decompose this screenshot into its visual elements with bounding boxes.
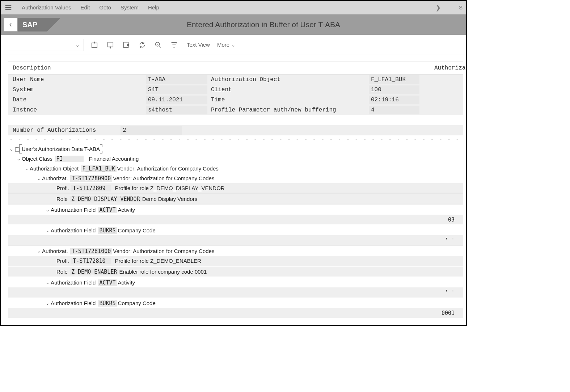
auth-field-code: BUKRS: [98, 227, 117, 234]
tree-field-bukrs-2[interactable]: ⌄ Authorization Field BUKRS Company Code: [8, 298, 463, 308]
role-2-code: Z_DEMO_ENABLER: [70, 269, 118, 275]
role-1-code: Z_DEMO_DISPLAY_VENDOR: [70, 196, 142, 202]
chevron-down-icon[interactable]: ⌄: [35, 176, 42, 181]
app-frame: Authorization Values Edit Goto System He…: [0, 0, 467, 326]
chevron-down-icon[interactable]: ⌄: [44, 280, 51, 285]
menu-help[interactable]: Help: [148, 4, 159, 10]
auth-value: 0001: [442, 310, 455, 316]
auth-object-desc: Vendor: Authorization for Company Codes: [117, 165, 219, 172]
auth-field-desc: Company Code: [118, 300, 156, 306]
auth-field-desc: Activity: [118, 279, 135, 286]
label-time: Time: [207, 97, 369, 103]
authorizat-1-code: T-ST17280900: [70, 175, 112, 182]
tree-value-row: ' ': [8, 287, 463, 297]
authorizat-label: Authorizat.: [42, 248, 68, 254]
tree-profl-2[interactable]: Profl. T-ST172810 Profile for role Z_DEM…: [8, 256, 463, 266]
svg-rect-3: [108, 42, 113, 47]
label-system: System: [8, 87, 146, 93]
menu-edit[interactable]: Edit: [80, 4, 90, 10]
object-class-label: Object Class: [22, 156, 52, 162]
refresh-icon[interactable]: [137, 39, 148, 50]
text-view-button[interactable]: Text View: [187, 42, 210, 48]
profl-2-desc: Profile for role Z_DEMO_ENABLER: [115, 258, 201, 264]
svg-rect-2: [92, 43, 97, 47]
value-system: S4T: [146, 85, 207, 94]
svg-text:SAP: SAP: [22, 21, 37, 29]
col-description[interactable]: Description: [8, 65, 432, 71]
tree-value-row: ' ': [8, 235, 463, 245]
tree-root[interactable]: ⌄ User's Authorization Data T-ABA: [8, 144, 463, 154]
menu-overflow-letter: S: [459, 4, 463, 10]
expand-all-icon[interactable]: [89, 39, 100, 50]
menu-system[interactable]: System: [121, 4, 139, 10]
back-button[interactable]: ‹: [4, 18, 17, 31]
info-row: User Name T-ABA Authorization Object F_L…: [8, 75, 463, 85]
info-row: Instnce s4thost Profile Parameter auth/n…: [8, 105, 463, 115]
role-label: Role: [56, 269, 68, 275]
hamburger-icon[interactable]: [4, 4, 12, 12]
chevron-down-icon[interactable]: ⌄: [44, 300, 51, 306]
work-area: Description Authorizati User Name T-ABA …: [1, 62, 466, 318]
menu-scroll-right-icon[interactable]: ❯: [435, 4, 441, 12]
auth-field-label: Authorization Field: [51, 300, 96, 306]
chevron-down-icon[interactable]: ⌄: [44, 228, 51, 233]
auth-object-code: F_LFA1_BUK: [81, 165, 116, 172]
authorizat-label: Authorizat.: [42, 175, 68, 181]
chevron-down-icon[interactable]: ⌄: [35, 248, 42, 254]
tree-role-2[interactable]: Role Z_DEMO_ENABLER Enabler role for com…: [8, 267, 463, 277]
label-date: Date: [8, 97, 146, 103]
label-user-name: User Name: [8, 76, 146, 83]
chevron-down-icon[interactable]: ⌄: [23, 166, 30, 171]
menu-goto[interactable]: Goto: [99, 4, 111, 10]
auth-field-desc: Company Code: [118, 227, 156, 233]
role-2-desc: Enabler role for company code 0001: [119, 269, 207, 275]
auth-field-label: Authorization Field: [51, 207, 96, 213]
more-button[interactable]: More⌄: [217, 42, 236, 48]
chevron-down-icon[interactable]: ⌄: [8, 146, 14, 152]
value-date: 09.11.2021: [146, 96, 207, 104]
tree-field-bukrs-1[interactable]: ⌄ Authorization Field BUKRS Company Code: [8, 225, 463, 235]
find-icon[interactable]: [153, 39, 164, 50]
profl-2-code: T-ST172810: [71, 258, 111, 264]
value-auth-object: F_LFA1_BUK: [369, 75, 419, 84]
profl-label: Profl.: [56, 185, 69, 191]
menu-bar: Authorization Values Edit Goto System He…: [1, 1, 466, 14]
label-instance: Instnce: [8, 107, 146, 113]
object-class-desc: Financial Accounting: [89, 156, 139, 162]
sap-logo: SAP: [18, 18, 61, 31]
tree-value-row: 03: [8, 215, 463, 224]
toolbar: ⌄ Text View More⌄: [1, 35, 466, 55]
title-bar: ‹ SAP Entered Authorization in Buffer of…: [1, 14, 466, 35]
tree-role-1[interactable]: Role Z_DEMO_DISPLAY_VENDOR Demo Display …: [8, 194, 463, 204]
col-authorization[interactable]: Authorizati: [432, 65, 463, 71]
chevron-down-icon[interactable]: ⌄: [15, 156, 22, 161]
tree-value-row: 0001: [8, 308, 463, 318]
tree-field-actvt-2[interactable]: ⌄ Authorization Field ACTVT Activity: [8, 278, 463, 287]
filter-icon[interactable]: [169, 39, 180, 50]
label-client: Client: [207, 87, 369, 93]
auth-field-code: ACTVT: [98, 207, 117, 213]
tree-object-class[interactable]: ⌄ Object Class FI Financial Accounting: [8, 154, 463, 164]
profl-1-code: T-ST172809: [71, 185, 111, 191]
authorizat-2-desc: Vendor: Authorization for Company Codes: [113, 248, 214, 254]
auth-field-label: Authorization Field: [51, 279, 96, 286]
collapse-all-icon[interactable]: [105, 39, 116, 50]
tree-authorizat-2[interactable]: ⌄ Authorizat. T-ST17281000 Vendor: Autho…: [8, 246, 463, 256]
tree-field-actvt-1[interactable]: ⌄ Authorization Field ACTVT Activity: [8, 205, 463, 215]
value-time: 02:19:16: [369, 96, 419, 104]
auth-count-row: Number of Authorizations 2: [8, 125, 463, 135]
tree-auth-object[interactable]: ⌄ Authorization Object F_LFA1_BUK Vendor…: [8, 164, 463, 173]
authorizat-2-code: T-ST17281000: [70, 248, 112, 254]
export-icon[interactable]: [121, 39, 132, 50]
command-field[interactable]: ⌄: [8, 39, 84, 51]
menu-auth-values[interactable]: Authorization Values: [22, 4, 71, 10]
tree-authorizat-1[interactable]: ⌄ Authorizat. T-ST17280900 Vendor: Autho…: [8, 173, 463, 183]
chevron-down-icon[interactable]: ⌄: [44, 207, 51, 212]
value-client: 100: [369, 85, 419, 94]
tree-profl-1[interactable]: Profl. T-ST172809 Profile for role Z_DEM…: [8, 183, 463, 193]
info-grid: User Name T-ABA Authorization Object F_L…: [8, 75, 463, 135]
label-profile-param: Profile Parameter auth/new buffering: [207, 107, 369, 113]
info-row: System S4T Client 100: [8, 85, 463, 95]
auth-field-code: ACTVT: [98, 279, 117, 286]
profl-label: Profl.: [56, 258, 69, 264]
